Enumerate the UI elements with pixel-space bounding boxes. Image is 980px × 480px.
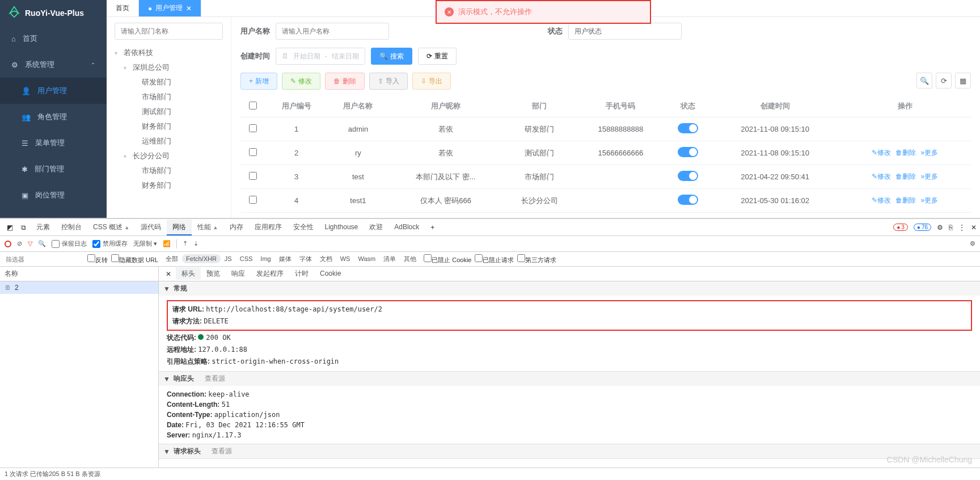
- devtools-tab[interactable]: AdBlock: [388, 220, 425, 234]
- row-edit[interactable]: ✎修改: [872, 172, 891, 180]
- record-icon[interactable]: [5, 241, 11, 247]
- devtools-tab[interactable]: 元素: [31, 220, 56, 234]
- row-delete[interactable]: 🗑删除: [895, 149, 916, 157]
- edit-button[interactable]: ✎修改: [282, 73, 320, 90]
- filter-pill[interactable]: JS: [221, 254, 236, 263]
- inspect-icon[interactable]: ◩: [3, 224, 16, 231]
- general-section-header[interactable]: ▼常规: [159, 281, 980, 296]
- toggle-search-icon[interactable]: 🔍: [916, 73, 932, 89]
- username-input[interactable]: [276, 23, 389, 40]
- hide-url-checkbox[interactable]: 隐藏数据 URL: [111, 254, 158, 264]
- nav-item-2[interactable]: 👤用户管理: [0, 78, 107, 104]
- detail-sub-tab[interactable]: 计时: [289, 267, 314, 280]
- tree-leaf[interactable]: 运维部门: [133, 134, 223, 149]
- link-icon[interactable]: ⎘: [949, 224, 953, 231]
- disable-cache-checkbox[interactable]: 禁用缓存: [92, 239, 128, 248]
- info-badge[interactable]: 76: [914, 224, 931, 231]
- filter-pill[interactable]: Img: [256, 254, 274, 263]
- request-item[interactable]: 🗎 2: [0, 281, 158, 294]
- upload-har-icon[interactable]: ⇡: [183, 240, 188, 247]
- search-button[interactable]: 🔍搜索: [371, 48, 412, 65]
- add-button[interactable]: +新增: [240, 73, 277, 90]
- row-checkbox[interactable]: [249, 124, 257, 132]
- dept-search-input[interactable]: [115, 23, 223, 40]
- date-range-input[interactable]: 🗓 开始日期 - 结束日期: [276, 48, 365, 65]
- row-more[interactable]: »更多: [920, 149, 938, 157]
- filter-pill[interactable]: 媒体: [275, 254, 295, 263]
- error-badge[interactable]: 3: [893, 224, 908, 231]
- filter-pill[interactable]: Fetch/XHR: [182, 254, 221, 263]
- filter-pill[interactable]: Wasm: [354, 254, 379, 263]
- request-headers-header[interactable]: ▼请求标头 查看源: [159, 444, 980, 458]
- devtools-tab[interactable]: Lighthouse: [319, 220, 364, 234]
- tree-leaf[interactable]: 研发部门: [133, 75, 223, 90]
- tree-leaf[interactable]: 市场部门: [133, 90, 223, 104]
- nav-item-6[interactable]: ▣岗位管理: [0, 182, 107, 208]
- row-checkbox[interactable]: [249, 172, 257, 180]
- tree-node[interactable]: ▾深圳总公司: [124, 60, 223, 75]
- tree-leaf[interactable]: 财务部门: [133, 178, 223, 193]
- device-icon[interactable]: ⧉: [18, 224, 29, 231]
- close-devtools-icon[interactable]: ✕: [971, 224, 977, 231]
- settings-icon[interactable]: ⚙: [937, 224, 943, 231]
- blocked-req-checkbox[interactable]: 已阻止请求: [475, 254, 514, 264]
- nav-item-5[interactable]: ✱部门管理: [0, 156, 107, 182]
- net-settings-icon[interactable]: ⚙: [970, 240, 975, 247]
- invert-checkbox[interactable]: 反转: [87, 254, 108, 264]
- response-headers-header[interactable]: ▼响应头 查看源: [159, 372, 980, 386]
- devtools-tab[interactable]: 内存: [224, 220, 249, 234]
- download-har-icon[interactable]: ⇣: [193, 240, 198, 247]
- devtools-tab[interactable]: CSS 概述 ▲: [87, 220, 135, 234]
- detail-sub-tab[interactable]: 发起程序: [251, 267, 289, 280]
- nav-item-4[interactable]: ☰菜单管理: [0, 130, 107, 156]
- clear-icon[interactable]: ⊘: [17, 240, 22, 247]
- nav-item-0[interactable]: ⌂首页: [0, 26, 107, 52]
- nav-item-3[interactable]: 👥角色管理: [0, 104, 107, 130]
- add-tab-icon[interactable]: +: [426, 224, 439, 231]
- filter-pill[interactable]: 文档: [316, 254, 336, 263]
- select-all-checkbox[interactable]: [249, 102, 257, 110]
- wifi-icon[interactable]: 📶: [163, 240, 171, 247]
- more-icon[interactable]: ⋮: [958, 224, 965, 231]
- row-more[interactable]: »更多: [920, 196, 938, 204]
- detail-sub-tab[interactable]: 预览: [201, 267, 226, 280]
- refresh-table-icon[interactable]: ⟳: [936, 73, 952, 89]
- tab-0[interactable]: 首页: [107, 0, 139, 16]
- status-switch[interactable]: [678, 195, 698, 205]
- close-detail-icon[interactable]: ✕: [162, 270, 175, 278]
- third-party-checkbox[interactable]: 第三方请求: [517, 254, 556, 264]
- devtools-tab[interactable]: 安全性: [288, 220, 319, 234]
- row-edit[interactable]: ✎修改: [872, 196, 891, 204]
- keep-log-checkbox[interactable]: 保留日志: [52, 239, 87, 248]
- filter-input[interactable]: [5, 255, 84, 264]
- export-button[interactable]: ⇩导出: [412, 73, 451, 90]
- status-switch[interactable]: [678, 147, 698, 157]
- detail-sub-tab[interactable]: Cookie: [314, 267, 347, 280]
- close-icon[interactable]: ✕: [186, 5, 192, 12]
- detail-sub-tab[interactable]: 响应: [226, 267, 251, 280]
- tree-root[interactable]: ▾若依科技: [115, 45, 223, 60]
- tree-leaf[interactable]: 财务部门: [133, 119, 223, 134]
- devtools-tab[interactable]: 控制台: [56, 220, 87, 234]
- devtools-tab[interactable]: 性能 ▲: [192, 220, 223, 234]
- status-select[interactable]: 用户状态: [568, 23, 682, 40]
- row-more[interactable]: »更多: [920, 172, 938, 180]
- search-net-icon[interactable]: 🔍: [38, 240, 46, 247]
- filter-pill[interactable]: CSS: [236, 254, 257, 263]
- status-switch[interactable]: [678, 171, 698, 181]
- filter-pill[interactable]: 其他: [400, 254, 420, 263]
- blocked-cookie-checkbox[interactable]: 已阻止 Cookie: [424, 254, 471, 264]
- detail-sub-tab[interactable]: 标头: [176, 267, 201, 280]
- filter-pill[interactable]: WS: [336, 254, 354, 263]
- filter-pill[interactable]: 全部: [162, 254, 182, 263]
- row-edit[interactable]: ✎修改: [872, 149, 891, 157]
- tree-leaf[interactable]: 市场部门: [133, 163, 223, 178]
- row-delete[interactable]: 🗑删除: [895, 172, 916, 180]
- row-checkbox[interactable]: [249, 148, 257, 156]
- reset-button[interactable]: ⟳重置: [418, 48, 457, 65]
- devtools-tab[interactable]: 网络: [167, 220, 192, 235]
- filter-pill[interactable]: 清单: [379, 254, 400, 263]
- filter-toggle-icon[interactable]: ▽: [28, 240, 32, 247]
- devtools-tab[interactable]: 应用程序: [249, 220, 288, 234]
- throttle-select[interactable]: 无限制 ▾: [133, 239, 157, 248]
